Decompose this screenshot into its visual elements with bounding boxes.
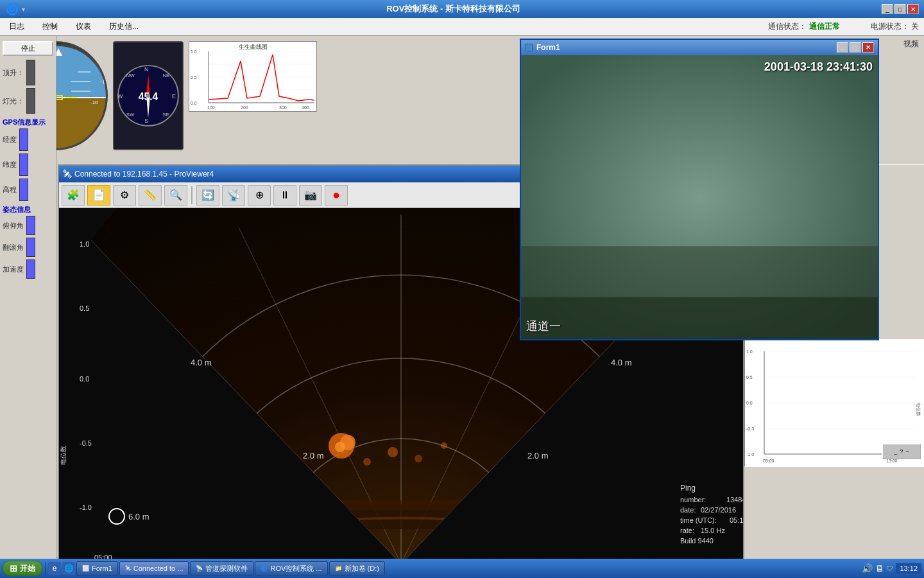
comm-status-value: 通信正常 [809,22,840,31]
maximize-button[interactable]: □ [894,4,906,14]
svg-point-64 [415,455,422,462]
menu-log[interactable]: 日志 [5,20,28,33]
svg-text:0.5: 0.5 [191,75,197,80]
svg-text:E: E [172,93,176,100]
light-item: 灯光： [3,88,53,114]
chart-minimize-icon[interactable]: _ [894,448,897,455]
tool-crosshair-button[interactable]: ⊕ [248,185,271,206]
pipeline-taskbar-icon: 📡 [196,565,203,572]
tool-settings-button[interactable]: ⚙ [113,185,136,206]
connected-taskbar-label: Connected to ... [133,565,184,572]
svg-text:Ping: Ping [680,484,696,493]
speaker-icon[interactable]: 🔊 [862,563,873,574]
taskbar-pipeline-button[interactable]: 📡 管道探测软件 [190,561,253,575]
stop-button[interactable]: 停止 [3,41,53,56]
explorer-taskbar-icon: 📁 [335,565,342,572]
tool-rotate-button[interactable]: 🔄 [196,185,219,206]
toolbar-separator-1 [191,186,193,204]
svg-text:2.0 m: 2.0 m [303,451,324,460]
altitude-bar [19,179,28,201]
latitude-label: 纬度 [3,160,17,170]
svg-point-34 [146,94,150,98]
tool-measure-button[interactable]: 📏 [139,185,162,206]
svg-text:1.0: 1.0 [191,49,197,54]
svg-point-62 [335,442,345,452]
chart-control-box[interactable]: _ ? − [882,444,921,459]
proviewer-icon: 🛰 [63,169,72,179]
light-bar[interactable] [26,88,35,114]
rov-taskbar-label: ROV控制系统 ... [270,564,321,574]
windows-logo-icon: ⊞ [10,563,17,574]
close-button[interactable]: ✕ [907,4,919,14]
altitude-item: 高程 [3,179,53,201]
svg-text:02/27/2016: 02/27/2016 [701,506,736,514]
accel-label: 加速度 [3,265,24,274]
form1-maximize-button[interactable]: □ [850,42,861,53]
window-title: ROV控制系统 - 斯卡特科技有限公司 [25,3,882,15]
svg-text:SW: SW [126,112,135,118]
taskbar-rov-button[interactable]: 🌀 ROV控制系统 ... [255,561,327,575]
comm-status-label: 通信状态： [768,22,807,31]
svg-text:N: N [144,66,148,73]
menu-history[interactable]: 历史信... [105,20,142,33]
svg-text:13484: 13484 [726,496,743,504]
compass: N S E W NW NE SW SE 45.4 [113,41,184,150]
tool-record-button[interactable]: ● [325,185,348,206]
form1-taskbar-icon: ⬜ [82,565,89,572]
svg-text:W: W [117,93,123,100]
top-lift-bar[interactable] [26,60,35,85]
taskbar-sep-1 [45,562,46,575]
network-icon[interactable]: 🖥 [875,563,884,574]
form1-channel: 通道一 [526,319,561,334]
svg-text:1.0: 1.0 [80,240,89,248]
svg-text:400: 400 [302,105,309,110]
form1-icon [525,44,533,51]
ie-icon: e [53,564,57,573]
tool-pause-button[interactable]: ⏸ [273,185,296,206]
form1-taskbar-label: Form1 [92,565,112,572]
gps-section-label: GPS信息显示 [3,118,53,127]
minimize-button[interactable]: _ [882,4,893,14]
svg-text:4.0 m: 4.0 m [611,358,632,367]
pitch-bar [26,216,35,235]
svg-point-66 [363,458,371,466]
accel-bar [26,259,35,279]
chart-close-icon[interactable]: − [905,448,909,455]
roll-bar [26,238,35,257]
tool-cursor-button[interactable]: 🧩 [62,185,85,206]
menu-bar: 日志 控制 仪表 历史信... 通信状态： 通信正常 电源状态： 关 [0,18,924,36]
svg-text:-10: -10 [90,100,98,105]
tool-zoom-button[interactable]: 🔍 [164,185,187,206]
svg-text:100: 100 [207,105,215,110]
form1-window: Form1 _ □ ✕ 2001-03-18 [520,39,879,340]
taskbar-browser-icon[interactable]: 🌐 [62,562,75,575]
roll-item: 翻滚角 [3,238,53,257]
tool-file-button[interactable]: 📄 [87,185,110,206]
latitude-item: 纬度 [3,153,53,176]
taskbar-form1-button[interactable]: ⬜ Form1 [76,561,118,575]
taskbar-ie-icon[interactable]: e [48,562,61,575]
start-button[interactable]: ⊞ 开始 [3,561,42,576]
taskbar-explorer-button[interactable]: 📁 新加卷 (D:) [329,561,385,575]
app-logo-icon: 🌀 [5,2,19,16]
form1-minimize-button[interactable]: _ [837,42,848,53]
chart-help-icon[interactable]: ? [900,448,903,455]
tool-camera-button[interactable]: 📷 [299,185,322,206]
taskbar-connected-button[interactable]: 🛰 Connected to ... [119,561,189,575]
svg-text:-10: -10 [100,78,108,85]
menu-control[interactable]: 控制 [38,20,62,33]
form1-timestamp: 2001-03-18 23:41:30 [764,60,873,74]
form1-close-button[interactable]: ✕ [862,42,874,53]
svg-text:date:: date: [680,506,696,514]
form1-titlebar[interactable]: Form1 _ □ ✕ [521,40,878,55]
accel-item: 加速度 [3,259,53,279]
tool-antenna-button[interactable]: 📡 [222,185,245,206]
longitude-bar [19,128,28,151]
menu-instrument[interactable]: 仪表 [72,20,95,33]
svg-text:time (UTC):: time (UTC): [680,516,717,524]
taskbar-clock: 13:12 [896,563,921,574]
roll-label: 翻滚角 [3,243,24,252]
explorer-taskbar-label: 新加卷 (D:) [345,564,379,574]
main-area: 停止 顶升： 灯光： GPS信息显示 经度 纬度 高程 姿态信息 俯仰角 翻滚角 [0,36,924,577]
svg-text:电位数: 电位数 [60,446,67,465]
